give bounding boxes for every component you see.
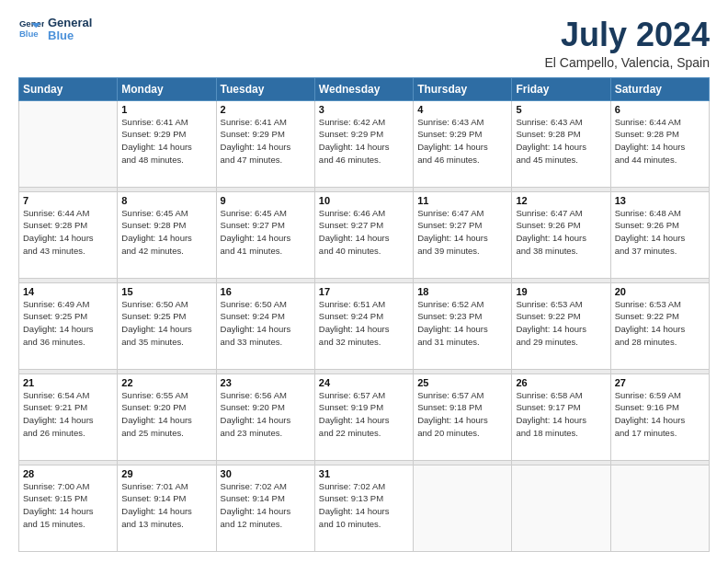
day-number: 29 [121, 468, 211, 479]
calendar-cell: 7Sunrise: 6:44 AM Sunset: 9:28 PM Daylig… [19, 191, 118, 278]
day-number: 17 [319, 286, 409, 297]
page: General Blue General Blue July 2024 El C… [0, 0, 728, 563]
calendar-cell: 2Sunrise: 6:41 AM Sunset: 9:29 PM Daylig… [216, 100, 314, 187]
calendar-cell: 4Sunrise: 6:43 AM Sunset: 9:29 PM Daylig… [414, 100, 512, 187]
calendar-cell: 26Sunrise: 6:58 AM Sunset: 9:17 PM Dayli… [512, 373, 610, 460]
day-number: 28 [23, 468, 113, 479]
calendar-cell: 10Sunrise: 6:46 AM Sunset: 9:27 PM Dayli… [314, 191, 413, 278]
cell-text: Sunrise: 6:46 AM Sunset: 9:27 PM Dayligh… [319, 207, 409, 258]
calendar-cell: 15Sunrise: 6:50 AM Sunset: 9:25 PM Dayli… [118, 282, 216, 369]
cell-text: Sunrise: 6:48 AM Sunset: 9:26 PM Dayligh… [615, 207, 705, 258]
day-number: 27 [615, 377, 705, 388]
cell-text: Sunrise: 6:52 AM Sunset: 9:23 PM Dayligh… [417, 298, 507, 349]
day-number: 1 [121, 104, 211, 115]
calendar-cell [512, 465, 610, 551]
calendar-header-sunday: Sunday [19, 77, 118, 100]
calendar-cell: 14Sunrise: 6:49 AM Sunset: 9:25 PM Dayli… [19, 282, 118, 369]
calendar-week-3: 14Sunrise: 6:49 AM Sunset: 9:25 PM Dayli… [19, 282, 710, 369]
day-number: 10 [319, 195, 409, 206]
cell-text: Sunrise: 6:58 AM Sunset: 9:17 PM Dayligh… [516, 389, 606, 440]
calendar-cell: 29Sunrise: 7:01 AM Sunset: 9:14 PM Dayli… [118, 465, 216, 551]
day-number: 21 [23, 377, 113, 388]
header: General Blue General Blue July 2024 El C… [18, 17, 710, 70]
day-number: 25 [417, 377, 507, 388]
day-number: 13 [615, 195, 705, 206]
cell-text: Sunrise: 6:41 AM Sunset: 9:29 PM Dayligh… [221, 116, 311, 167]
day-number: 16 [221, 286, 311, 297]
day-number: 7 [23, 195, 113, 206]
cell-text: Sunrise: 6:51 AM Sunset: 9:24 PM Dayligh… [319, 298, 409, 349]
day-number: 5 [516, 104, 606, 115]
cell-text: Sunrise: 6:53 AM Sunset: 9:22 PM Dayligh… [615, 298, 705, 349]
day-number: 11 [417, 195, 507, 206]
day-number: 23 [221, 377, 311, 388]
calendar-cell: 18Sunrise: 6:52 AM Sunset: 9:23 PM Dayli… [414, 282, 512, 369]
day-number: 9 [221, 195, 311, 206]
calendar-week-4: 21Sunrise: 6:54 AM Sunset: 9:21 PM Dayli… [19, 373, 710, 460]
calendar-cell: 17Sunrise: 6:51 AM Sunset: 9:24 PM Dayli… [314, 282, 413, 369]
cell-text: Sunrise: 7:00 AM Sunset: 9:15 PM Dayligh… [23, 480, 113, 531]
calendar-cell: 1Sunrise: 6:41 AM Sunset: 9:29 PM Daylig… [118, 100, 216, 187]
day-number: 26 [516, 377, 606, 388]
calendar-cell: 19Sunrise: 6:53 AM Sunset: 9:22 PM Dayli… [512, 282, 610, 369]
cell-text: Sunrise: 6:57 AM Sunset: 9:18 PM Dayligh… [417, 389, 507, 440]
calendar-cell: 3Sunrise: 6:42 AM Sunset: 9:29 PM Daylig… [314, 100, 413, 187]
cell-text: Sunrise: 6:49 AM Sunset: 9:25 PM Dayligh… [23, 298, 113, 349]
calendar-cell: 21Sunrise: 6:54 AM Sunset: 9:21 PM Dayli… [19, 373, 118, 460]
calendar-cell [610, 465, 709, 551]
calendar-cell: 12Sunrise: 6:47 AM Sunset: 9:26 PM Dayli… [512, 191, 610, 278]
calendar-header-monday: Monday [118, 77, 216, 100]
cell-text: Sunrise: 6:50 AM Sunset: 9:24 PM Dayligh… [221, 298, 311, 349]
cell-text: Sunrise: 6:45 AM Sunset: 9:27 PM Dayligh… [221, 207, 311, 258]
cell-text: Sunrise: 6:54 AM Sunset: 9:21 PM Dayligh… [23, 389, 113, 440]
logo: General Blue General Blue [18, 17, 92, 43]
day-number: 20 [615, 286, 705, 297]
calendar-cell [19, 100, 118, 187]
cell-text: Sunrise: 6:55 AM Sunset: 9:20 PM Dayligh… [121, 389, 211, 440]
title-block: July 2024 El Campello, Valencia, Spain [544, 17, 710, 70]
day-number: 8 [121, 195, 211, 206]
cell-text: Sunrise: 6:43 AM Sunset: 9:28 PM Dayligh… [516, 116, 606, 167]
calendar-header-friday: Friday [512, 77, 610, 100]
cell-text: Sunrise: 6:50 AM Sunset: 9:25 PM Dayligh… [121, 298, 211, 349]
calendar-cell: 30Sunrise: 7:02 AM Sunset: 9:14 PM Dayli… [216, 465, 314, 551]
day-number: 4 [417, 104, 507, 115]
calendar-cell: 9Sunrise: 6:45 AM Sunset: 9:27 PM Daylig… [216, 191, 314, 278]
calendar-header-thursday: Thursday [414, 77, 512, 100]
day-number: 22 [121, 377, 211, 388]
cell-text: Sunrise: 6:43 AM Sunset: 9:29 PM Dayligh… [417, 116, 507, 167]
calendar-table: SundayMondayTuesdayWednesdayThursdayFrid… [18, 77, 710, 552]
cell-text: Sunrise: 6:44 AM Sunset: 9:28 PM Dayligh… [615, 116, 705, 167]
svg-text:General: General [19, 19, 44, 29]
day-number: 31 [319, 468, 409, 479]
cell-text: Sunrise: 7:02 AM Sunset: 9:13 PM Dayligh… [319, 480, 409, 531]
calendar-cell: 31Sunrise: 7:02 AM Sunset: 9:13 PM Dayli… [314, 465, 413, 551]
calendar-cell: 20Sunrise: 6:53 AM Sunset: 9:22 PM Dayli… [610, 282, 709, 369]
calendar-week-2: 7Sunrise: 6:44 AM Sunset: 9:28 PM Daylig… [19, 191, 710, 278]
calendar-cell: 27Sunrise: 6:59 AM Sunset: 9:16 PM Dayli… [610, 373, 709, 460]
main-title: July 2024 [544, 17, 710, 53]
calendar-cell: 16Sunrise: 6:50 AM Sunset: 9:24 PM Dayli… [216, 282, 314, 369]
cell-text: Sunrise: 6:47 AM Sunset: 9:27 PM Dayligh… [417, 207, 507, 258]
day-number: 15 [121, 286, 211, 297]
cell-text: Sunrise: 6:53 AM Sunset: 9:22 PM Dayligh… [516, 298, 606, 349]
day-number: 30 [221, 468, 311, 479]
cell-text: Sunrise: 6:45 AM Sunset: 9:28 PM Dayligh… [121, 207, 211, 258]
calendar-cell: 23Sunrise: 6:56 AM Sunset: 9:20 PM Dayli… [216, 373, 314, 460]
logo-general: General [48, 17, 92, 29]
day-number: 24 [319, 377, 409, 388]
cell-text: Sunrise: 6:41 AM Sunset: 9:29 PM Dayligh… [121, 116, 211, 167]
calendar-cell: 25Sunrise: 6:57 AM Sunset: 9:18 PM Dayli… [414, 373, 512, 460]
logo-icon: General Blue [18, 17, 44, 42]
cell-text: Sunrise: 6:44 AM Sunset: 9:28 PM Dayligh… [23, 207, 113, 258]
calendar-cell: 6Sunrise: 6:44 AM Sunset: 9:28 PM Daylig… [610, 100, 709, 187]
day-number: 18 [417, 286, 507, 297]
logo-blue: Blue [48, 29, 92, 42]
cell-text: Sunrise: 6:59 AM Sunset: 9:16 PM Dayligh… [615, 389, 705, 440]
calendar-header-wednesday: Wednesday [314, 77, 413, 100]
svg-text:Blue: Blue [19, 29, 39, 39]
cell-text: Sunrise: 7:02 AM Sunset: 9:14 PM Dayligh… [221, 480, 311, 531]
calendar-cell: 13Sunrise: 6:48 AM Sunset: 9:26 PM Dayli… [610, 191, 709, 278]
cell-text: Sunrise: 6:47 AM Sunset: 9:26 PM Dayligh… [516, 207, 606, 258]
cell-text: Sunrise: 6:42 AM Sunset: 9:29 PM Dayligh… [319, 116, 409, 167]
